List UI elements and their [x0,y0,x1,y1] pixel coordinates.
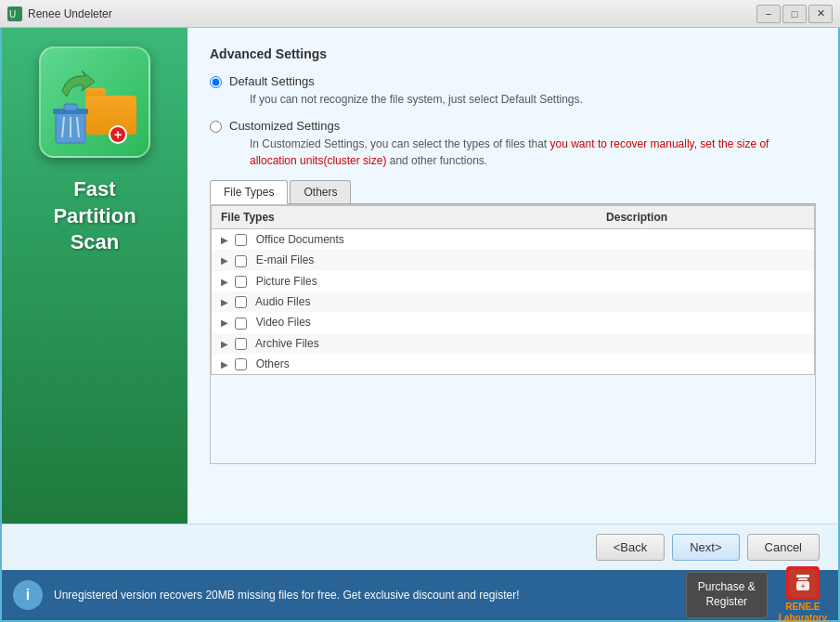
col-header-file-types: File Types [212,206,598,229]
minimize-button[interactable]: − [756,5,781,23]
file-type-checkbox[interactable] [235,317,247,330]
svg-rect-9 [796,575,809,577]
default-settings-radio[interactable] [210,76,222,88]
info-icon: i [13,580,43,610]
expand-arrow-icon: ▶ [221,359,228,369]
file-type-name: Picture Files [256,275,317,288]
right-content: Advanced Settings Default Settings If yo… [187,28,838,524]
expand-arrow-icon: ▶ [221,297,228,307]
file-type-description [597,333,814,354]
tabs-container: File Types Others File Types Description [210,180,816,464]
red-cross-badge: + [109,125,127,144]
cancel-button[interactable]: Cancel [747,534,820,561]
tab-others[interactable]: Others [290,180,351,203]
col-header-description: Description [597,206,814,229]
expand-arrow-icon: ▶ [221,255,228,266]
main-window: + Fast Partition Scan Advanced Settings … [0,28,840,622]
default-settings-label[interactable]: Default Settings [229,74,315,88]
table-row[interactable]: ▶ E-mail Files [212,250,815,270]
expand-arrow-icon: ▶ [221,235,228,245]
footer-bar: i Unregistered version recovers 20MB mis… [2,570,838,620]
app-icon: U [7,6,22,21]
table-row[interactable]: ▶ Archive Files [212,333,815,354]
file-type-checkbox[interactable] [235,276,247,288]
file-type-name: Video Files [256,316,311,329]
sidebar-icon-box: + [39,46,150,158]
expand-arrow-icon: ▶ [221,277,228,287]
file-type-checkbox[interactable] [235,338,247,350]
table-row[interactable]: ▶ Office Documents [212,229,815,251]
title-bar: U Renee Undeleter − □ ✕ [0,0,840,28]
file-type-name: Office Documents [256,233,344,246]
table-row[interactable]: ▶ Picture Files [212,271,815,292]
sidebar-title: Fast Partition Scan [53,176,136,256]
expand-arrow-icon: ▶ [221,317,228,328]
sidebar: + Fast Partition Scan [2,28,187,524]
default-settings-description: If you can not recognize the file system… [250,91,583,108]
file-type-name: E-mail Files [256,253,315,266]
file-type-description [597,292,814,312]
customized-settings-option: Customized Settings In Customzied Settin… [210,119,816,169]
svg-text:+: + [801,583,805,590]
tab-bar: File Types Others [210,180,816,204]
logo-text: RENE.ELaboratory [779,602,827,622]
purchase-register-button[interactable]: Purchase &Register [686,572,768,617]
close-button[interactable]: ✕ [808,5,833,23]
customized-settings-description: In Customzied Settings, you can select t… [250,136,816,169]
file-type-checkbox[interactable] [235,358,247,370]
file-type-name: Others [256,357,290,370]
maximize-button[interactable]: □ [782,5,807,23]
back-button[interactable]: <Back [596,534,666,561]
window-controls: − □ ✕ [756,5,833,23]
recycle-bin-icon [53,102,88,144]
expand-arrow-icon: ▶ [221,339,228,349]
section-title: Advanced Settings [210,46,816,61]
table-row[interactable]: ▶ Others [212,354,815,375]
file-type-checkbox[interactable] [235,296,247,308]
tab-file-types[interactable]: File Types [210,180,288,204]
radio-group: Default Settings If you can not recogniz… [210,74,816,169]
file-type-checkbox[interactable] [235,255,247,267]
file-types-table: File Types Description ▶ Office Document… [211,205,815,375]
file-type-description [597,312,814,332]
window-title: Renee Undeleter [28,7,756,20]
logo-icon: + [786,566,820,600]
file-type-description [597,250,814,270]
next-button[interactable]: Next> [672,534,739,561]
footer-message: Unregistered version recovers 20MB missi… [54,588,675,603]
content-area: + Fast Partition Scan Advanced Settings … [2,28,838,524]
table-row[interactable]: ▶ Audio Files [212,292,815,312]
sidebar-icon-inner: + [53,60,136,144]
file-type-name: Audio Files [255,295,310,308]
svg-text:U: U [9,9,16,19]
customized-settings-radio[interactable] [210,121,222,133]
file-type-checkbox[interactable] [235,234,247,246]
default-settings-option: Default Settings If you can not recogniz… [210,74,816,108]
customized-settings-label[interactable]: Customized Settings [229,119,340,133]
file-types-table-wrapper: File Types Description ▶ Office Document… [210,204,816,464]
svg-rect-10 [798,578,808,580]
bottom-bar: <Back Next> Cancel [2,524,838,570]
table-row[interactable]: ▶ Video Files [212,312,815,332]
svg-rect-4 [64,104,77,110]
file-type-description [597,229,814,251]
file-type-description [597,354,814,375]
file-type-description [597,271,814,292]
footer-logo: + RENE.ELaboratory [779,566,827,622]
file-type-name: Archive Files [255,337,319,350]
